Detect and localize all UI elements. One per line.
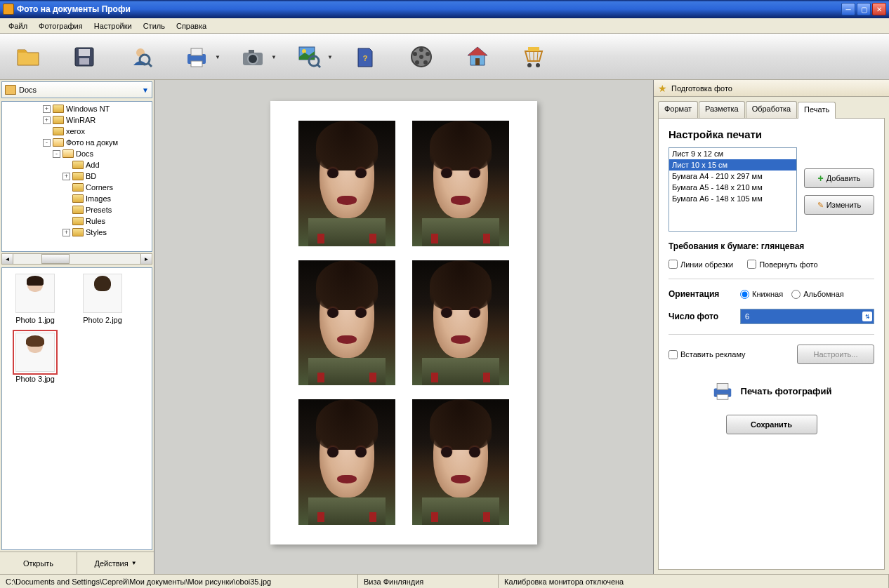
paper-size-item[interactable]: Бумага A6 - 148 x 105 мм	[669, 193, 796, 204]
picture-zoom-icon[interactable]: ▼	[295, 43, 323, 71]
folder-icon	[53, 116, 64, 124]
cart-icon[interactable]	[520, 43, 548, 71]
tree-node[interactable]: Add	[4, 159, 150, 171]
tree-label: Presets	[86, 206, 112, 214]
thumbnail[interactable]: Photo 1.jpg	[8, 274, 62, 324]
paper-size-item[interactable]: Лист 10 x 15 см	[669, 159, 796, 171]
photo-slot	[298, 260, 395, 386]
tree-node[interactable]: Rules	[4, 215, 150, 227]
path-combobox[interactable]: Docs ▼	[1, 81, 152, 98]
tree-label: Images	[86, 194, 111, 203]
folder-icon	[5, 85, 16, 95]
chevron-down-icon[interactable]: ▼	[215, 53, 220, 60]
print-sheet	[270, 101, 537, 544]
crop-lines-checkbox[interactable]: Линии обрезки	[669, 260, 733, 269]
camera-icon[interactable]: ▼	[239, 43, 267, 71]
tree-node[interactable]: Images	[4, 193, 150, 204]
maximize-button[interactable]: ▢	[857, 3, 871, 15]
photo-count-spinner[interactable]: 6⇅	[740, 309, 874, 324]
tab-processing[interactable]: Обработка	[746, 101, 797, 118]
svg-line-15	[317, 65, 320, 67]
paper-requirements: Требования к бумаге: глянцевая	[669, 241, 874, 251]
print-heading: Настройка печати	[669, 128, 874, 140]
save-icon[interactable]	[70, 43, 98, 71]
tree-node[interactable]: +Styles	[4, 227, 150, 238]
tree-node[interactable]: xerox	[4, 126, 150, 137]
chevron-down-icon[interactable]: ▼	[142, 86, 149, 94]
tab-layout[interactable]: Разметка	[699, 101, 745, 118]
tree-node[interactable]: -Docs	[4, 148, 150, 159]
toolbar: ▼ ▼ ▼ ?	[0, 34, 889, 80]
photo-slot	[412, 260, 509, 386]
photo-count-label: Число фото	[669, 312, 732, 321]
thumbnail-caption: Photo 3.jpg	[15, 375, 55, 383]
folder-icon	[72, 161, 84, 169]
thumbnail-image	[83, 274, 122, 313]
pencil-icon: ✎	[817, 201, 824, 210]
save-button[interactable]: Сохранить	[726, 415, 817, 434]
chevron-down-icon[interactable]: ▼	[271, 53, 277, 60]
help-book-icon[interactable]: ?	[351, 43, 379, 71]
chevron-down-icon[interactable]: ▼	[327, 53, 333, 60]
menu-settings[interactable]: Настройки	[88, 20, 138, 32]
tree-node[interactable]: +BD	[4, 171, 150, 182]
add-button[interactable]: +Добавить	[804, 168, 874, 188]
insert-ad-checkbox[interactable]: Вставить рекламу	[669, 350, 746, 359]
paper-size-item[interactable]: Лист 9 x 12 см	[669, 148, 796, 159]
statusbar: C:\Documents and Settings\Сергей\Мои док…	[0, 574, 889, 588]
actions-button[interactable]: Действия▼	[77, 552, 154, 574]
folder-icon	[62, 149, 74, 158]
tab-body-print: Настройка печати Лист 9 x 12 смЛист 10 x…	[658, 118, 885, 570]
tree-label: Corners	[86, 183, 113, 192]
orientation-landscape-radio[interactable]: Альбомная	[791, 290, 844, 299]
menu-help[interactable]: Справка	[171, 20, 212, 32]
scroll-right-button[interactable]: ►	[140, 254, 152, 264]
svg-line-25	[529, 51, 530, 61]
folder-tree[interactable]: +Windows NT+WinRARxerox-Фото на докум-Do…	[1, 101, 152, 252]
tree-label: xerox	[66, 127, 85, 135]
thumbnail-caption: Photo 1.jpg	[15, 316, 55, 324]
paper-size-item[interactable]: Бумага A4 - 210 x 297 мм	[669, 171, 796, 182]
film-reel-icon[interactable]	[407, 43, 435, 71]
edit-button[interactable]: ✎Изменить	[804, 195, 874, 215]
scroll-left-button[interactable]: ◄	[2, 254, 13, 264]
paper-size-item[interactable]: Бумага A5 - 148 x 210 мм	[669, 182, 796, 193]
menu-file[interactable]: Файл	[3, 20, 33, 32]
thumbnail-image	[15, 274, 55, 313]
folder-icon	[72, 172, 84, 180]
svg-point-19	[419, 48, 423, 52]
print-photos-button[interactable]: Печать фотографий	[669, 381, 874, 401]
printer-icon	[711, 381, 734, 401]
open-button[interactable]: Открыть	[0, 552, 77, 574]
spinner-control-icon[interactable]: ⇅	[862, 312, 872, 321]
menu-style[interactable]: Стиль	[138, 20, 171, 32]
svg-rect-11	[249, 50, 254, 53]
minimize-button[interactable]: ─	[841, 3, 855, 15]
tree-node[interactable]: -Фото на докум	[4, 137, 150, 148]
menu-photo[interactable]: Фотография	[33, 20, 88, 32]
tree-node[interactable]: Presets	[4, 204, 150, 215]
folder-icon[interactable]	[14, 43, 42, 71]
tree-node[interactable]: +WinRAR	[4, 114, 150, 126]
home-icon[interactable]	[463, 43, 492, 71]
printer-icon[interactable]: ▼	[183, 43, 211, 71]
tree-node[interactable]: Corners	[4, 182, 150, 193]
rotate-photo-checkbox[interactable]: Повернуть фото	[747, 260, 817, 269]
status-path: C:\Documents and Settings\Сергей\Мои док…	[0, 575, 358, 588]
thumbnail[interactable]: Photo 2.jpg	[75, 274, 130, 324]
tab-format[interactable]: Формат	[658, 101, 698, 118]
svg-point-29	[536, 63, 540, 67]
scroll-thumb[interactable]	[41, 254, 70, 264]
svg-rect-1	[79, 49, 90, 56]
plus-icon: +	[818, 173, 824, 184]
svg-point-13	[302, 49, 306, 53]
tab-print[interactable]: Печать	[798, 102, 836, 119]
paper-size-list[interactable]: Лист 9 x 12 смЛист 10 x 15 смБумага A4 -…	[669, 147, 797, 232]
tree-node[interactable]: +Windows NT	[4, 103, 150, 114]
thumbnail[interactable]: Photo 3.jpg	[8, 333, 62, 383]
orientation-portrait-radio[interactable]: Книжная	[740, 290, 783, 299]
close-button[interactable]: ✕	[872, 3, 886, 15]
horizontal-scrollbar[interactable]: ◄ ►	[1, 253, 152, 265]
zoom-person-icon[interactable]	[126, 43, 154, 71]
tree-label: BD	[86, 172, 96, 180]
